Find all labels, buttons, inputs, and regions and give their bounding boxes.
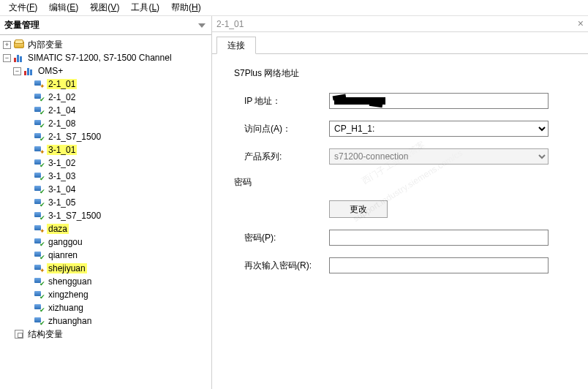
tree-item-label: 3-1_01 bbox=[47, 145, 77, 155]
tree-item-label: qianren bbox=[47, 250, 79, 260]
collapse-icon[interactable]: − bbox=[13, 67, 21, 75]
menu-file[interactable]: 文件(F) bbox=[3, 0, 43, 15]
tree-connection[interactable]: 2-1_08 bbox=[3, 117, 211, 130]
tree-item-label: ganggou bbox=[47, 237, 84, 247]
tree-connection[interactable]: 2-1_04 bbox=[3, 104, 211, 117]
tree-connection[interactable]: daza bbox=[3, 222, 211, 235]
spacer bbox=[3, 331, 11, 339]
ip-field[interactable] bbox=[329, 93, 549, 109]
tree-connection[interactable]: qianren bbox=[3, 249, 211, 262]
tree-connection[interactable]: xizhuang bbox=[3, 301, 211, 314]
tree-connection[interactable]: 3-1_05 bbox=[3, 196, 211, 209]
connection-icon bbox=[34, 197, 45, 208]
connection-icon bbox=[34, 249, 45, 261]
tree-connection[interactable]: zhuanghan bbox=[3, 314, 211, 328]
tree-item-label: 3-1_03 bbox=[47, 171, 77, 181]
right-panel: 2-1_01 × 连接 西门子工业 找答案support.industry.si… bbox=[212, 16, 588, 389]
dialog-titlebar: 2-1_01 × bbox=[212, 16, 588, 32]
left-panel: 变量管理 + 内部变量 − SIMATIC S7-1200, S7-1500 C… bbox=[0, 16, 212, 389]
connection-icon bbox=[34, 276, 45, 287]
menu-bar: 文件(F) 编辑(E) 视图(V) 工具(L) 帮助(H) bbox=[0, 0, 588, 16]
tree-connection[interactable]: 3-1_S7_1500 bbox=[3, 209, 211, 222]
password-section: 密码 bbox=[234, 176, 329, 189]
tree-connection[interactable]: 2-1_S7_1500 bbox=[3, 130, 211, 143]
tree-connection[interactable]: 2-1_02 bbox=[3, 91, 211, 104]
panel-title-row: 变量管理 bbox=[0, 16, 211, 35]
tree-item-label: shejiyuan bbox=[47, 263, 87, 273]
tree-connection[interactable]: ganggou bbox=[3, 235, 211, 249]
close-icon[interactable]: × bbox=[578, 18, 584, 29]
connection-icon bbox=[34, 170, 45, 182]
tree-oms[interactable]: − OMS+ bbox=[3, 64, 211, 78]
product-label: 产品系列: bbox=[234, 151, 329, 163]
tree-connection[interactable]: 3-1_04 bbox=[3, 183, 211, 196]
tree-item-label: 3-1_04 bbox=[47, 184, 77, 194]
tree-connection[interactable]: 3-1_02 bbox=[3, 156, 211, 170]
connection-icon bbox=[34, 223, 45, 235]
menu-tools[interactable]: 工具(L) bbox=[125, 0, 165, 15]
product-select: s71200-connection bbox=[329, 148, 549, 165]
connection-icon bbox=[34, 210, 45, 222]
tree-item-label: 2-1_S7_1500 bbox=[47, 132, 102, 142]
tab-row: 连接 bbox=[212, 32, 588, 54]
ip-label: IP 地址： bbox=[234, 95, 329, 107]
connection-icon bbox=[34, 78, 45, 90]
channel-icon bbox=[23, 65, 35, 77]
tree-connection[interactable]: shejiyuan bbox=[3, 262, 211, 275]
connection-icon bbox=[34, 105, 45, 116]
tree-connection[interactable]: 2-1_01 bbox=[3, 78, 211, 91]
change-button[interactable]: 更改 bbox=[329, 200, 388, 218]
password-repeat-field[interactable] bbox=[329, 257, 549, 273]
tree-item-label: xizhuang bbox=[47, 303, 85, 313]
access-select[interactable]: CP_H1_1: bbox=[329, 121, 549, 137]
tree-item-label: 2-1_04 bbox=[47, 105, 77, 116]
menu-edit[interactable]: 编辑(E) bbox=[43, 0, 84, 15]
tree-struct[interactable]: 结构变量 bbox=[3, 328, 211, 341]
tree-item-label: shengguan bbox=[47, 276, 93, 287]
connection-icon bbox=[34, 131, 45, 143]
tree-item-label: 2-1_08 bbox=[47, 118, 77, 129]
tree-connection[interactable]: 3-1_01 bbox=[3, 143, 211, 156]
connection-icon bbox=[34, 236, 45, 248]
tree-item-label: 2-1_02 bbox=[47, 92, 77, 102]
tree-root-internal[interactable]: + 内部变量 bbox=[3, 38, 211, 51]
access-label: 访问点(A)： bbox=[234, 123, 329, 135]
connection-icon bbox=[34, 263, 45, 274]
tree-item-label: xingzheng bbox=[47, 290, 90, 300]
tree-item-label: 2-1_01 bbox=[47, 79, 77, 89]
tree-connection[interactable]: xingzheng bbox=[3, 288, 211, 301]
tree-connection[interactable]: 3-1_03 bbox=[3, 170, 211, 183]
connection-icon bbox=[34, 118, 45, 129]
struct-icon bbox=[13, 328, 25, 340]
tree-item-label: 3-1_05 bbox=[47, 197, 77, 208]
tree-item-label: 3-1_S7_1500 bbox=[47, 211, 102, 221]
tree-item-label: daza bbox=[47, 224, 69, 234]
connection-icon bbox=[34, 315, 45, 327]
tree-item-label: zhuanghan bbox=[47, 316, 93, 326]
password-field[interactable] bbox=[329, 230, 549, 246]
connection-icon bbox=[34, 144, 45, 156]
dialog-title: 2-1_01 bbox=[216, 19, 244, 29]
connection-icon bbox=[34, 157, 45, 169]
tree-connection[interactable]: shengguan bbox=[3, 275, 211, 288]
tree-item-label: 3-1_02 bbox=[47, 158, 77, 168]
redacted-ip bbox=[334, 97, 385, 105]
database-icon bbox=[13, 39, 25, 50]
menu-help[interactable]: 帮助(H) bbox=[165, 0, 207, 15]
panel-title: 变量管理 bbox=[4, 19, 39, 31]
connection-icon bbox=[34, 184, 45, 195]
section-network: S7Plus 网络地址 bbox=[234, 67, 566, 80]
menu-view[interactable]: 视图(V) bbox=[84, 0, 125, 15]
tree: + 内部变量 − SIMATIC S7-1200, S7-1500 Channe… bbox=[0, 35, 211, 389]
connection-icon bbox=[34, 91, 45, 103]
collapse-icon[interactable]: − bbox=[3, 54, 11, 62]
expand-icon[interactable]: + bbox=[3, 41, 11, 49]
form-area: 西门子工业 找答案support.industry.siemens.com/cs… bbox=[212, 54, 588, 292]
tab-connection[interactable]: 连接 bbox=[216, 37, 256, 54]
tree-channel[interactable]: − SIMATIC S7-1200, S7-1500 Channel bbox=[3, 51, 211, 64]
connection-icon bbox=[34, 289, 45, 301]
password-label: 密码(P): bbox=[234, 232, 329, 244]
panel-collapse-icon[interactable] bbox=[197, 20, 207, 31]
connection-icon bbox=[34, 302, 45, 314]
password-repeat-label: 再次输入密码(R): bbox=[234, 260, 329, 272]
